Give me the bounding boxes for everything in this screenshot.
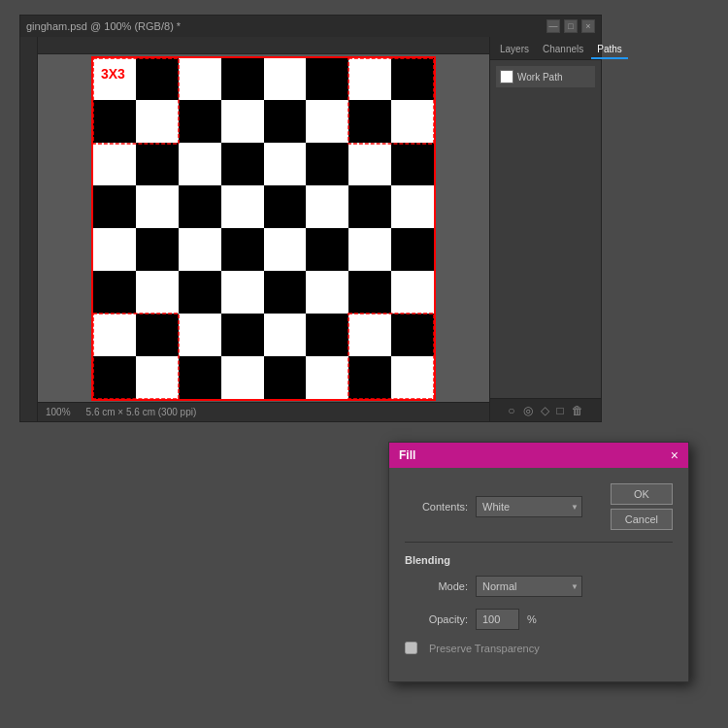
checker-cell bbox=[221, 356, 264, 399]
preserve-checkbox[interactable] bbox=[405, 642, 417, 654]
checker-cell bbox=[264, 356, 307, 399]
fill-dialog-titlebar: Fill × bbox=[389, 443, 688, 468]
zoom-level: 100% bbox=[46, 407, 71, 417]
fill-dialog-close-btn[interactable]: × bbox=[671, 447, 678, 463]
checker-cell bbox=[306, 143, 348, 185]
canvas-container[interactable]: 3X3 bbox=[38, 54, 489, 402]
blending-section-label: Blending bbox=[405, 554, 673, 566]
checker-cell bbox=[179, 228, 221, 271]
checker-cell bbox=[348, 356, 391, 399]
checker-cell bbox=[264, 271, 307, 314]
new-path-icon[interactable]: □ bbox=[557, 404, 564, 417]
opacity-input[interactable] bbox=[476, 609, 519, 630]
fill-dialog-body: Contents: White Foreground Color Backgro… bbox=[389, 468, 688, 681]
close-btn[interactable]: × bbox=[581, 19, 595, 33]
checker-cell bbox=[348, 58, 391, 101]
checker-cell bbox=[179, 271, 221, 314]
contents-select-wrapper: White Foreground Color Background Color … bbox=[476, 496, 582, 517]
mode-row: Mode: Normal Dissolve Multiply Screen Ov… bbox=[405, 576, 673, 597]
ruler-left bbox=[20, 37, 38, 421]
checkerboard: 3X3 bbox=[91, 56, 436, 401]
cancel-button[interactable]: Cancel bbox=[611, 509, 673, 530]
checker-cell bbox=[221, 228, 264, 271]
fill-path-icon[interactable]: ○ bbox=[508, 404, 514, 417]
checker-cell bbox=[264, 314, 307, 356]
checker-cell bbox=[221, 143, 264, 185]
checker-cell bbox=[306, 228, 348, 271]
checker-cell bbox=[136, 314, 179, 356]
checker-cell bbox=[391, 314, 434, 356]
divider bbox=[405, 542, 673, 543]
maximize-btn[interactable]: □ bbox=[564, 19, 578, 33]
contents-label: Contents: bbox=[405, 501, 468, 513]
checker-cell bbox=[306, 356, 348, 399]
fill-dialog-title: Fill bbox=[399, 448, 415, 462]
checker-cell bbox=[306, 314, 348, 356]
checker-cell bbox=[264, 58, 307, 101]
load-selection-icon[interactable]: ◇ bbox=[541, 404, 549, 417]
mode-label: Mode: bbox=[405, 580, 468, 592]
checker-cell bbox=[221, 314, 264, 356]
checker-cell bbox=[136, 356, 179, 399]
checker-cell bbox=[93, 143, 136, 185]
path-thumbnail bbox=[500, 70, 513, 83]
tab-paths[interactable]: Paths bbox=[591, 41, 628, 59]
checker-cell bbox=[348, 314, 391, 356]
checker-cell bbox=[93, 356, 136, 399]
checker-cell bbox=[179, 185, 221, 228]
delete-path-icon[interactable]: 🗑 bbox=[572, 404, 583, 417]
checker-cell bbox=[391, 356, 434, 399]
checker-cell bbox=[179, 143, 221, 185]
checker-cell bbox=[179, 58, 221, 101]
photoshop-window: gingham.psd @ 100% (RGB/8) * — □ × 3X3 bbox=[19, 15, 602, 422]
checker-cell bbox=[264, 143, 307, 185]
tab-layers[interactable]: Layers bbox=[494, 41, 535, 59]
panel-content: Work Path bbox=[490, 60, 601, 398]
dialog-buttons: OK Cancel bbox=[611, 483, 673, 530]
checker-cell bbox=[93, 271, 136, 314]
checker-cell bbox=[93, 314, 136, 356]
path-label: Work Path bbox=[517, 72, 563, 83]
ps-titlebar: gingham.psd @ 100% (RGB/8) * — □ × bbox=[20, 16, 601, 37]
contents-select[interactable]: White Foreground Color Background Color … bbox=[476, 496, 582, 517]
panel-tabs: Layers Channels Paths bbox=[490, 37, 601, 60]
minimize-btn[interactable]: — bbox=[546, 19, 560, 33]
checker-cell bbox=[391, 271, 434, 314]
ps-body: 3X3 bbox=[20, 37, 601, 421]
preserve-label: Preserve Transparency bbox=[429, 643, 540, 654]
document-size: 5.6 cm × 5.6 cm (300 ppi) bbox=[86, 407, 197, 417]
path-item[interactable]: Work Path bbox=[496, 66, 595, 87]
checker-cell bbox=[93, 185, 136, 228]
checker-cell bbox=[348, 100, 391, 143]
checker-cell bbox=[264, 185, 307, 228]
checker-cell bbox=[391, 185, 434, 228]
checker-cell bbox=[179, 356, 221, 399]
checker-cell bbox=[136, 228, 179, 271]
checker-cell bbox=[391, 58, 434, 101]
checker-cell bbox=[136, 100, 179, 143]
fill-dialog: Fill × Contents: White Foreground Color … bbox=[388, 442, 689, 682]
checker-cell bbox=[221, 100, 264, 143]
ps-panel: Layers Channels Paths Work Path ○ ◎ ◇ □ … bbox=[489, 37, 601, 421]
opacity-row: Opacity: % bbox=[405, 609, 673, 630]
tab-channels[interactable]: Channels bbox=[537, 41, 589, 59]
ruler-top bbox=[38, 37, 489, 54]
titlebar-controls: — □ × bbox=[546, 19, 595, 33]
checker-cell bbox=[264, 228, 307, 271]
checker-cell bbox=[306, 58, 348, 101]
canvas-inner: 3X3 bbox=[91, 56, 436, 401]
canvas-area: 3X3 bbox=[38, 37, 489, 421]
stroke-path-icon[interactable]: ◎ bbox=[523, 404, 533, 417]
mode-select-wrapper: Normal Dissolve Multiply Screen Overlay bbox=[476, 576, 582, 597]
status-bar: 100% 5.6 cm × 5.6 cm (300 ppi) bbox=[38, 402, 489, 421]
checker-cell bbox=[391, 143, 434, 185]
checker-cell bbox=[93, 58, 136, 101]
panel-footer: ○ ◎ ◇ □ 🗑 bbox=[490, 398, 601, 421]
checker-cell bbox=[136, 271, 179, 314]
checker-cell bbox=[93, 228, 136, 271]
ok-button[interactable]: OK bbox=[611, 483, 673, 505]
opacity-unit: % bbox=[527, 613, 537, 625]
checker-cell bbox=[348, 228, 391, 271]
mode-select[interactable]: Normal Dissolve Multiply Screen Overlay bbox=[476, 576, 582, 597]
checker-cell bbox=[136, 58, 179, 101]
